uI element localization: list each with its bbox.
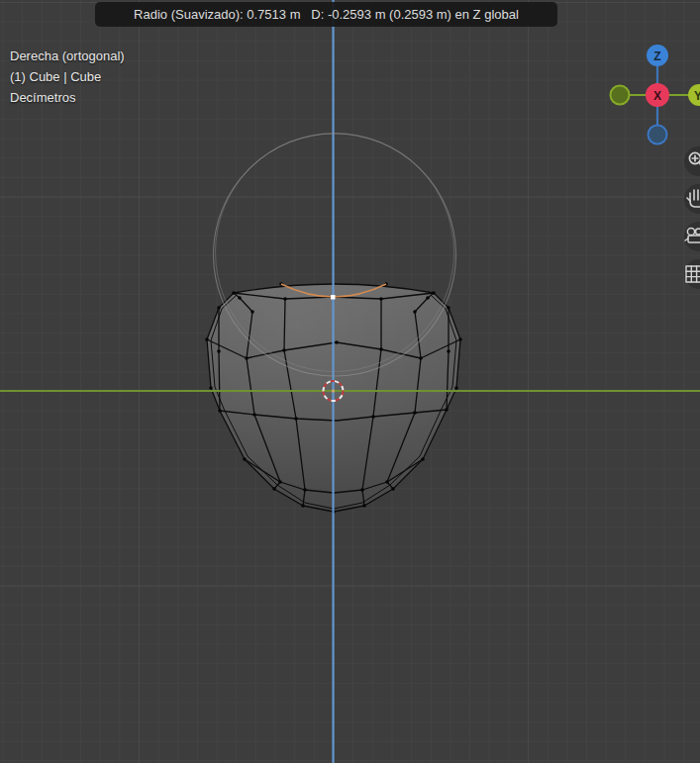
active-vertex[interactable] — [331, 295, 336, 300]
viewport-canvas[interactable]: Z Y X — [0, 0, 700, 763]
active-object-label: (1) Cube | Cube — [10, 66, 101, 87]
units-label: Decímetros — [10, 87, 75, 108]
gizmo-axis-neg-z[interactable] — [649, 126, 667, 144]
blender-3d-viewport: { "header": { "tool_status": "Radio (Sua… — [0, 0, 700, 763]
gizmo-x-label: X — [653, 89, 661, 103]
tool-status-bar: Radio (Suavizado): 0.7513 m D: -0.2593 m… — [95, 2, 557, 27]
view-orientation-label: Derecha (ortogonal) — [10, 46, 125, 66]
gizmo-axis-neg-y[interactable] — [611, 86, 630, 105]
gizmo-z-label: Z — [653, 49, 660, 63]
gizmo-y-label: Y — [694, 89, 700, 103]
cursor-center-dot — [332, 389, 335, 392]
